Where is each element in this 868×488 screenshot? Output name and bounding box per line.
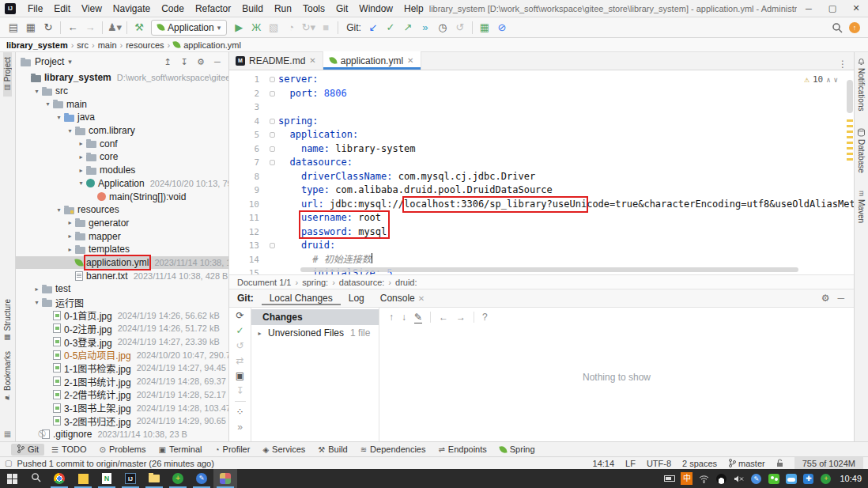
palette-app[interactable] xyxy=(213,469,237,488)
tool-stripe-project[interactable]: ▤Project xyxy=(3,52,12,96)
tool-stripe-maven[interactable]: mMaven xyxy=(857,186,866,228)
volume-muted-icon[interactable] xyxy=(733,473,745,485)
rerun-icon[interactable]: ↻▾ xyxy=(300,18,317,37)
back-icon[interactable]: ← xyxy=(64,18,81,37)
chevron-icon[interactable]: ▾ xyxy=(54,206,64,214)
changes-root-node[interactable]: Changes xyxy=(251,309,379,325)
forward-icon[interactable]: → xyxy=(456,312,466,323)
tree-item-com-library[interactable]: ▾com.library xyxy=(16,124,228,138)
fold-marker[interactable] xyxy=(266,115,278,129)
tree-item-src[interactable]: ▾src xyxy=(16,85,228,98)
ide-update-icon[interactable]: ↑ xyxy=(849,22,860,33)
green-plus-app[interactable]: + xyxy=(166,469,190,488)
chevron-right-icon[interactable]: ▸ xyxy=(255,330,265,337)
tree-item-banner-txt[interactable]: banner.txt2023/11/14 10:38, 428 B xyxy=(16,269,228,282)
sync-icon[interactable]: ↻ xyxy=(40,18,57,37)
menu-item-view[interactable]: View xyxy=(76,3,108,14)
status-message[interactable]: Pushed 1 commit to origin/master (26 min… xyxy=(17,459,213,468)
tree-item-2-1-jpg[interactable]: 2-1图书统计.jpg2024/1/19 14:28, 69.37 kB xyxy=(16,375,228,388)
cloud-app-icon[interactable] xyxy=(785,473,797,485)
git-tab-log[interactable]: Log xyxy=(341,291,372,305)
tool-window-button-endpoints[interactable]: ⇌Endpoints xyxy=(432,444,492,455)
event-log-icon[interactable]: ▢ xyxy=(5,459,12,467)
chevron-icon[interactable]: ▾ xyxy=(43,100,53,108)
vertical-scrollbar[interactable] xyxy=(846,70,853,274)
code-line[interactable]: 14 # 初始连接数 xyxy=(229,253,854,267)
git-tab-console[interactable]: Console✕ xyxy=(372,291,432,305)
run-icon[interactable]: ▶ xyxy=(230,18,247,37)
minimize-button[interactable]: ─ xyxy=(797,4,821,13)
prev-warning-icon[interactable]: ∧ xyxy=(826,76,830,84)
menu-item-refactor[interactable]: Refactor xyxy=(190,3,236,14)
settings-gear-icon[interactable]: ⚙ xyxy=(194,57,207,67)
tree-item--[interactable]: ▾运行图 xyxy=(16,296,228,309)
code-line[interactable]: 4spring: xyxy=(229,115,854,129)
tool-window-button-dependencies[interactable]: ≋Dependencies xyxy=(355,444,432,455)
tree-item-Application[interactable]: ▾Application2024/10/20 10:13, 793 B 2 mi… xyxy=(16,177,228,191)
stop-icon[interactable]: ■ xyxy=(317,18,334,37)
chevron-icon[interactable]: ▸ xyxy=(65,219,75,226)
tool-window-button-terminal[interactable]: ▣Terminal xyxy=(153,444,207,455)
indent-selector[interactable]: 2 spaces xyxy=(682,459,717,468)
more-tabs-icon[interactable]: ⋮ xyxy=(838,59,854,70)
tree-item-3-2-jpg[interactable]: 3-2图书归还.jpg2024/1/19 14:29, 90.65 kB xyxy=(16,414,228,428)
menu-item-build[interactable]: Build xyxy=(236,3,269,14)
diff-icon[interactable]: ▦ xyxy=(476,18,493,37)
open-folder-icon[interactable]: ▤ xyxy=(5,18,22,37)
tree-item-resources[interactable]: ▾resources xyxy=(16,203,228,217)
code-line[interactable]: 8 driverClassName: com.mysql.cj.jdbc.Dri… xyxy=(229,170,854,184)
tree-item-conf[interactable]: ▸conf xyxy=(16,137,228,150)
git-update-icon[interactable]: ↙ xyxy=(364,18,382,37)
chevron-icon[interactable]: ▾ xyxy=(32,299,42,306)
close-tab-icon[interactable]: ✕ xyxy=(309,56,315,65)
chevron-icon[interactable]: ▾ xyxy=(32,88,42,95)
tree-item-2-2-jpg[interactable]: 2-2借书统计.jpg2024/1/19 14:28, 52.17 kB xyxy=(16,388,228,402)
git-commit-icon[interactable]: ✓ xyxy=(382,18,399,37)
code-line[interactable]: 9 type: com.alibaba.druid.pool.DruidData… xyxy=(229,183,854,198)
menu-item-window[interactable]: Window xyxy=(353,3,398,14)
code-line[interactable]: 10 url: jdbc:mysql://localhost:3306/sp_l… xyxy=(229,198,854,212)
breadcrumb-item-library_system[interactable]: library_system xyxy=(6,40,68,50)
wifi-icon[interactable] xyxy=(698,473,710,485)
tree-item-generator[interactable]: ▸generator xyxy=(16,217,228,230)
tool-stripe-notifications[interactable]: Notifications xyxy=(857,52,866,115)
chrome-app[interactable] xyxy=(47,469,71,488)
close-tab-icon[interactable]: ✕ xyxy=(407,56,413,65)
tool-stripe-database[interactable]: Database xyxy=(857,123,866,178)
collapse-all-icon[interactable]: ↧ xyxy=(178,57,191,67)
tool-window-button-services[interactable]: ◈Services xyxy=(257,444,311,455)
chevron-icon[interactable]: ▸ xyxy=(65,233,75,240)
git-fetch-icon[interactable]: » xyxy=(417,18,434,37)
fold-marker[interactable] xyxy=(266,239,278,253)
sticky-notes-app[interactable] xyxy=(71,469,95,488)
tree-item-application-yml[interactable]: application.yml2023/11/14 10:38, 1.96 kB xyxy=(16,256,228,270)
tool-window-button-todo[interactable]: ☰TODO xyxy=(46,444,92,455)
start-button[interactable] xyxy=(0,469,24,488)
code-editor[interactable]: 1server:2 port: 880634spring:5 applicati… xyxy=(229,70,854,274)
unshelve-icon[interactable]: ↧ xyxy=(236,386,243,395)
user-icon[interactable]: ♟▾ xyxy=(106,18,123,37)
file-explorer-app[interactable] xyxy=(142,469,166,488)
chevron-icon[interactable]: ▾ xyxy=(65,127,75,134)
hide-panel-icon[interactable]: ─ xyxy=(211,57,224,66)
fold-marker[interactable] xyxy=(266,156,278,170)
tree-item-templates[interactable]: ▸templates xyxy=(16,243,228,256)
code-line[interactable]: 5 application: xyxy=(229,128,854,142)
more-icon[interactable]: » xyxy=(237,422,243,432)
tree-item-0-3-jpg[interactable]: 0-3登录.jpg2024/1/19 14:27, 23.39 kB xyxy=(16,335,228,349)
prev-change-icon[interactable]: ↑ xyxy=(389,312,394,323)
tree-item-library_system[interactable]: library_systemD:\work_soft\workspace\git… xyxy=(16,71,228,85)
code-line[interactable]: 12 password: mysql xyxy=(229,225,854,240)
tree-item-0-2-jpg[interactable]: 0-2注册.jpg2024/1/19 14:26, 51.72 kB xyxy=(16,322,228,335)
qq-icon[interactable] xyxy=(715,473,727,485)
back-icon[interactable]: ← xyxy=(439,312,448,323)
preview-diff-icon[interactable]: ▣ xyxy=(236,371,244,380)
fold-marker[interactable] xyxy=(266,73,278,87)
doc-breadcrumb-item[interactable]: Document 1/1 xyxy=(237,278,291,287)
chevron-icon[interactable]: ▾ xyxy=(76,180,86,187)
code-line[interactable]: 13 druid: xyxy=(229,239,854,253)
taskbar-clock[interactable]: 10:49 xyxy=(840,474,862,483)
chevron-icon[interactable]: ▸ xyxy=(76,153,86,161)
line-ending-selector[interactable]: LF xyxy=(625,459,636,468)
tool-stripe-structure[interactable]: ▦Structure xyxy=(3,294,12,346)
